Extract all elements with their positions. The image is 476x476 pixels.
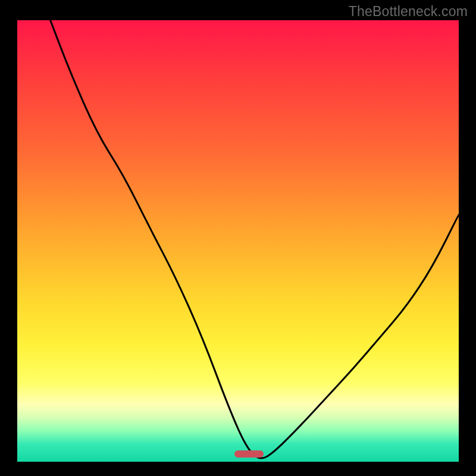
watermark-text: TheBottleneck.com [349,4,468,20]
sweet-spot-marker [234,450,263,458]
plot-area [17,20,459,462]
chart-frame: TheBottleneck.com [0,0,476,476]
bottleneck-curve [51,20,459,458]
curve-layer [17,20,459,462]
